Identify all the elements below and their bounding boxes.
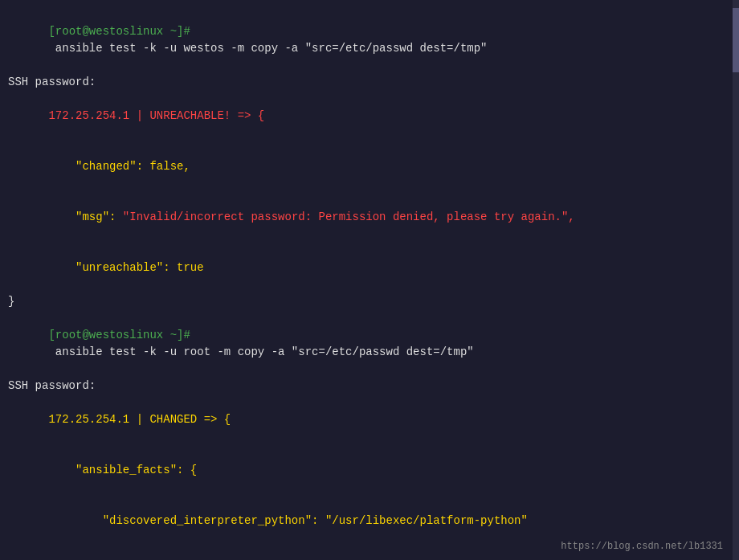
cmd-text-2: ansible test -k -u root -m copy -a "src=… — [48, 345, 473, 358]
msg-line: "msg": "Invalid/incorrect password: Perm… — [8, 192, 731, 243]
ansible-facts-key: "ansible_facts": { — [48, 464, 197, 476]
watermark: https://blog.csdn.net/lb1331 — [561, 541, 723, 552]
unreachable-true-line: "unreachable": true — [8, 243, 731, 293]
terminal-window: [root@westoslinux ~]# ansible test -k -u… — [0, 0, 739, 560]
scrollbar-thumb[interactable] — [733, 8, 739, 72]
prompt-2: [root@westoslinux ~]# — [48, 329, 190, 341]
changed-header: 172.25.254.1 | CHANGED => { — [8, 394, 731, 445]
msg-value: "Invalid/incorrect password: Permission … — [123, 211, 575, 223]
unreachable-true: "unreachable": true — [48, 261, 203, 274]
msg-key: "msg": — [48, 211, 122, 223]
changed-false-line: "changed": false, — [8, 141, 731, 192]
scrollbar[interactable] — [733, 0, 739, 560]
close-brace-1: } — [8, 293, 731, 310]
unreachable-header: 172.25.254.1 | UNREACHABLE! => { — [8, 91, 731, 141]
ssh-password-2: SSH password: — [8, 378, 731, 394]
unreachable-ip: 172.25.254.1 | UNREACHABLE! => { — [48, 109, 264, 122]
cmd-text-1: ansible test -k -u westos -m copy -a "sr… — [48, 42, 487, 55]
prompt-1: [root@westoslinux ~]# — [48, 25, 190, 38]
changed-header-text: 172.25.254.1 | CHANGED => { — [48, 413, 231, 426]
discovered-python-line: "discovered_interpreter_python": "/usr/l… — [8, 496, 731, 546]
discovered-python-key: "discovered_interpreter_python": "/usr/l… — [48, 514, 528, 527]
ansible-facts-line: "ansible_facts": { — [8, 445, 731, 496]
command-line-2: [root@westoslinux ~]# ansible test -k -u… — [8, 310, 731, 378]
terminal-output: [root@westoslinux ~]# ansible test -k -u… — [0, 0, 739, 560]
changed-false-indent: "changed": false, — [48, 160, 190, 173]
ssh-password-1: SSH password: — [8, 74, 731, 91]
command-line-1: [root@westoslinux ~]# ansible test -k -u… — [8, 6, 731, 74]
